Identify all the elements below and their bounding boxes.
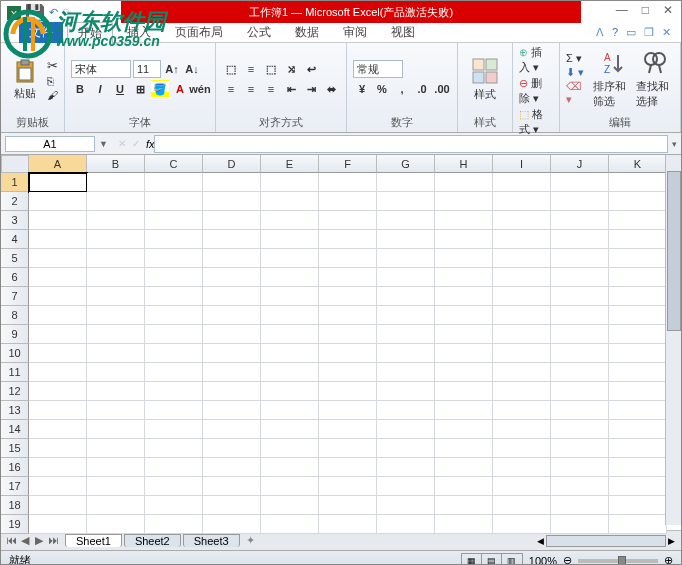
cell[interactable] — [551, 268, 609, 287]
cell[interactable] — [87, 306, 145, 325]
decrease-font-icon[interactable]: A↓ — [183, 60, 201, 78]
cell[interactable] — [377, 306, 435, 325]
cell[interactable] — [87, 268, 145, 287]
cell[interactable] — [435, 344, 493, 363]
cell[interactable] — [435, 230, 493, 249]
cell[interactable] — [87, 496, 145, 515]
cell[interactable] — [203, 439, 261, 458]
cell[interactable] — [609, 420, 667, 439]
cell[interactable] — [493, 192, 551, 211]
cell[interactable] — [493, 249, 551, 268]
cell[interactable] — [551, 477, 609, 496]
cell[interactable] — [609, 439, 667, 458]
font-size-select[interactable]: 11 — [133, 60, 161, 78]
cell[interactable] — [203, 382, 261, 401]
cell[interactable] — [261, 268, 319, 287]
cell[interactable] — [377, 211, 435, 230]
format-cells-button[interactable]: ⬚ 格式 ▾ — [519, 107, 553, 137]
cell[interactable] — [261, 249, 319, 268]
cell[interactable] — [493, 477, 551, 496]
cell[interactable] — [435, 382, 493, 401]
cell[interactable] — [29, 268, 87, 287]
fill-button[interactable]: ⬇ ▾ — [566, 66, 589, 79]
cell[interactable] — [87, 382, 145, 401]
cell[interactable] — [435, 420, 493, 439]
cell[interactable] — [29, 287, 87, 306]
maximize-button[interactable]: □ — [642, 3, 649, 17]
underline-button[interactable]: U — [111, 80, 129, 98]
cell[interactable] — [145, 477, 203, 496]
align-left-icon[interactable]: ≡ — [222, 80, 240, 98]
cell[interactable] — [261, 344, 319, 363]
cell[interactable] — [551, 382, 609, 401]
sort-filter-button[interactable]: AZ 排序和筛选 — [593, 49, 632, 109]
cell[interactable] — [87, 363, 145, 382]
row-header[interactable]: 14 — [1, 420, 29, 439]
row-header[interactable]: 17 — [1, 477, 29, 496]
cell[interactable] — [145, 515, 203, 534]
cell[interactable] — [145, 249, 203, 268]
cell[interactable] — [145, 363, 203, 382]
cell[interactable] — [377, 325, 435, 344]
cell[interactable] — [87, 325, 145, 344]
tab-data[interactable]: 数据 — [285, 22, 329, 43]
cell[interactable] — [145, 344, 203, 363]
help-icon[interactable]: ? — [612, 26, 618, 39]
cell[interactable] — [203, 230, 261, 249]
align-top-icon[interactable]: ⬚ — [222, 60, 240, 78]
cell[interactable] — [493, 515, 551, 534]
cell[interactable] — [145, 306, 203, 325]
cell[interactable] — [319, 306, 377, 325]
row-header[interactable]: 7 — [1, 287, 29, 306]
column-header[interactable]: K — [609, 155, 667, 173]
row-header[interactable]: 6 — [1, 268, 29, 287]
cell[interactable] — [551, 211, 609, 230]
vertical-scrollbar[interactable] — [665, 155, 681, 525]
cell[interactable] — [493, 325, 551, 344]
cell[interactable] — [319, 496, 377, 515]
cell[interactable] — [377, 173, 435, 192]
column-header[interactable]: A — [29, 155, 87, 173]
row-header[interactable]: 12 — [1, 382, 29, 401]
tab-view[interactable]: 视图 — [381, 22, 425, 43]
cell[interactable] — [319, 439, 377, 458]
cell[interactable] — [435, 458, 493, 477]
row-header[interactable]: 16 — [1, 458, 29, 477]
cell[interactable] — [203, 306, 261, 325]
cell[interactable] — [261, 477, 319, 496]
cell[interactable] — [87, 477, 145, 496]
cell[interactable] — [609, 325, 667, 344]
cell[interactable] — [261, 211, 319, 230]
tab-page-layout[interactable]: 页面布局 — [165, 22, 233, 43]
cell[interactable] — [145, 325, 203, 344]
row-header[interactable]: 4 — [1, 230, 29, 249]
cell-styles-button[interactable]: 样式 — [464, 57, 506, 102]
cell[interactable] — [145, 420, 203, 439]
cut-icon[interactable]: ✂ — [47, 58, 58, 73]
cell[interactable] — [377, 401, 435, 420]
cell[interactable] — [203, 192, 261, 211]
cell[interactable] — [551, 325, 609, 344]
cell[interactable] — [435, 439, 493, 458]
cell[interactable] — [435, 173, 493, 192]
row-header[interactable]: 13 — [1, 401, 29, 420]
row-header[interactable]: 5 — [1, 249, 29, 268]
cell[interactable] — [145, 287, 203, 306]
cell[interactable] — [609, 173, 667, 192]
namebox-dropdown-icon[interactable]: ▼ — [99, 139, 108, 149]
cell[interactable] — [29, 249, 87, 268]
cell[interactable] — [145, 211, 203, 230]
horizontal-scrollbar[interactable] — [546, 535, 666, 547]
align-right-icon[interactable]: ≡ — [262, 80, 280, 98]
cell[interactable] — [435, 192, 493, 211]
cell[interactable] — [609, 363, 667, 382]
window-min-icon[interactable]: ▭ — [626, 26, 636, 39]
cell[interactable] — [203, 477, 261, 496]
tab-nav-last-icon[interactable]: ⏭ — [47, 534, 59, 547]
cell[interactable] — [609, 477, 667, 496]
expand-formula-bar-icon[interactable]: ▾ — [672, 139, 677, 149]
percent-icon[interactable]: % — [373, 80, 391, 98]
increase-font-icon[interactable]: A↑ — [163, 60, 181, 78]
cell[interactable] — [377, 192, 435, 211]
tab-nav-next-icon[interactable]: ▶ — [33, 534, 45, 547]
